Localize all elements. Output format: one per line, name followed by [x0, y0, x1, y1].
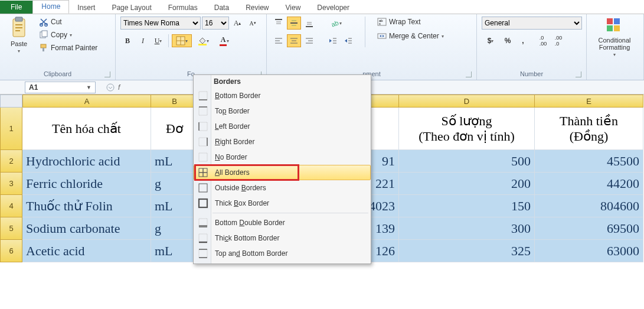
menu-item-thick-box-border[interactable]: Thick Box Border	[194, 196, 371, 211]
cell[interactable]: 63000	[535, 240, 643, 262]
increase-indent-button[interactable]	[341, 34, 355, 47]
cell[interactable]: 150	[399, 195, 535, 217]
fx-icon[interactable]: f	[118, 83, 120, 92]
tab-view[interactable]: View	[277, 1, 309, 14]
menu-item-top-and-bottom-border[interactable]: Top and Bottom Border	[194, 246, 371, 261]
cell[interactable]: 804600	[535, 195, 643, 217]
font-name-select[interactable]: Times New Roma	[120, 17, 201, 30]
italic-button[interactable]: I	[136, 34, 150, 47]
group-number: General $▾ % , .0.00 .00.0 Number	[477, 14, 587, 80]
borders-button[interactable]: ▾	[172, 34, 192, 47]
cell[interactable]: Đơ	[151, 108, 198, 150]
menu-item-all-borders[interactable]: All Borders	[194, 165, 371, 180]
tab-data[interactable]: Data	[206, 1, 237, 14]
decrease-indent-button[interactable]	[326, 34, 340, 47]
cell[interactable]: mL	[151, 150, 198, 173]
cell[interactable]: 44200	[535, 173, 643, 195]
dropdown-icon[interactable]	[106, 83, 115, 92]
select-all-corner[interactable]	[0, 95, 22, 108]
underline-button[interactable]: U▾	[151, 34, 165, 47]
align-top-button[interactable]	[272, 17, 286, 30]
cell[interactable]: Sodium carbonate	[22, 217, 151, 240]
increase-decimal-button[interactable]: .0.00	[536, 34, 550, 47]
shrink-font-button[interactable]: A▾	[246, 17, 260, 30]
cell[interactable]: Hydrochloric acid	[22, 150, 151, 173]
bold-button[interactable]: B	[120, 34, 135, 47]
percent-button[interactable]: %	[501, 34, 515, 47]
menu-item-bottom-double-border[interactable]: Bottom Double Border	[194, 215, 371, 230]
menu-item-thick-bottom-border[interactable]: Thick Bottom Border	[194, 230, 371, 246]
menu-item-bottom-border[interactable]: Bottom Border	[194, 88, 371, 103]
dialog-launcher-icon[interactable]	[104, 71, 110, 77]
menu-item-label: Top Border	[215, 107, 250, 115]
row-header[interactable]: 4	[0, 195, 22, 217]
paste-button[interactable]: Paste ▾	[5, 17, 33, 54]
align-center-button[interactable]	[287, 34, 301, 47]
dialog-launcher-icon[interactable]	[576, 71, 581, 77]
svg-rect-53	[199, 122, 207, 131]
menu-item-right-border[interactable]: Right Border	[194, 134, 371, 149]
menu-item-top-border[interactable]: Top Border	[194, 103, 371, 119]
number-format-select[interactable]: General	[482, 17, 582, 30]
row-header[interactable]: 3	[0, 173, 22, 195]
grow-font-button[interactable]: A▴	[230, 17, 244, 30]
tab-file[interactable]: File	[0, 1, 32, 14]
cell[interactable]: 45500	[535, 150, 643, 173]
copy-button[interactable]: Copy ▾	[37, 30, 100, 40]
cut-button[interactable]: Cut	[37, 17, 100, 27]
font-size-select[interactable]: 16	[202, 17, 229, 30]
column-header[interactable]: D	[399, 95, 535, 108]
dialog-launcher-icon[interactable]	[466, 71, 472, 77]
row-header[interactable]: 6	[0, 240, 22, 262]
column-header[interactable]: A	[22, 95, 151, 108]
conditional-formatting-button[interactable]: Conditional Formatting ▾	[591, 17, 638, 57]
border-icon	[176, 36, 185, 45]
decrease-decimal-button[interactable]: .00.0	[551, 34, 565, 47]
cell[interactable]: 69500	[535, 217, 643, 240]
cell[interactable]: Số lượng (Theo đơn vị tính)	[399, 108, 535, 150]
cell[interactable]: g	[151, 217, 198, 240]
wrap-text-button[interactable]: abc Wrap Text	[375, 17, 446, 27]
align-left-button[interactable]	[272, 34, 286, 47]
cell[interactable]: Thuốc thử Folin	[22, 195, 151, 217]
accounting-format-button[interactable]: $▾	[482, 34, 499, 47]
menu-item-no-border[interactable]: No Border	[194, 149, 371, 165]
cell[interactable]: Acetic acid	[22, 240, 151, 262]
column-header[interactable]: E	[535, 95, 643, 108]
row-header[interactable]: 5	[0, 217, 22, 240]
align-middle-button[interactable]	[287, 17, 301, 30]
font-color-button[interactable]: A ▾	[214, 34, 234, 47]
name-box[interactable]: A1 ▼	[25, 82, 96, 93]
border-option-icon	[197, 217, 209, 228]
menu-item-outside-borders[interactable]: Outside Borders	[194, 180, 371, 196]
fill-color-button[interactable]: ▾	[193, 34, 213, 47]
orientation-button[interactable]: ab▾	[326, 17, 346, 30]
tab-home[interactable]: Home	[32, 0, 69, 14]
svg-rect-1	[15, 17, 22, 21]
cell[interactable]: Ferric chloride	[22, 173, 151, 195]
cell[interactable]: Thành tiền (Đồng)	[535, 108, 643, 150]
align-bottom-button[interactable]	[302, 17, 316, 30]
tab-review[interactable]: Review	[237, 1, 277, 14]
column-header[interactable]: B	[151, 95, 198, 108]
cell[interactable]: mL	[151, 195, 198, 217]
tab-insert[interactable]: Insert	[69, 1, 103, 14]
merge-center-button[interactable]: Merge & Center ▾	[375, 31, 446, 41]
cell[interactable]: 325	[399, 240, 535, 262]
cell[interactable]: 500	[399, 150, 535, 173]
comma-button[interactable]: ,	[516, 34, 530, 47]
format-painter-button[interactable]: Format Painter	[37, 43, 100, 53]
tab-developer[interactable]: Developer	[309, 1, 358, 14]
svg-rect-44	[607, 18, 613, 24]
cell[interactable]: g	[151, 173, 198, 195]
row-header[interactable]: 1	[0, 108, 22, 150]
align-right-button[interactable]	[302, 34, 316, 47]
tab-page-layout[interactable]: Page Layout	[103, 1, 159, 14]
menu-item-left-border[interactable]: Left Border	[194, 119, 371, 134]
cell[interactable]: 200	[399, 173, 535, 195]
tab-formulas[interactable]: Formulas	[160, 1, 206, 14]
cell[interactable]: mL	[151, 240, 198, 262]
row-header[interactable]: 2	[0, 150, 22, 173]
cell[interactable]: Tên hóa chất	[22, 108, 151, 150]
cell[interactable]: 300	[399, 217, 535, 240]
